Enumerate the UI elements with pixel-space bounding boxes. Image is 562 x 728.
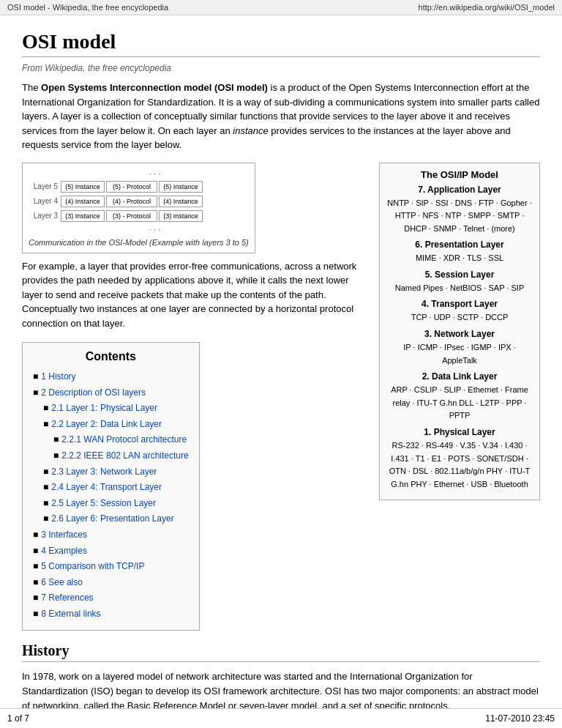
layer4-instance-left: (4) Instance bbox=[61, 196, 105, 207]
contents-item-7[interactable]: ■7 References bbox=[33, 590, 189, 606]
osiip-layer7-protocols: NNTP · SIP · SSI · DNS · FTP · Gopher · … bbox=[386, 197, 533, 236]
diagram-inner: · · · Layer 5 (5) Instance (5) - Protoco… bbox=[29, 169, 249, 234]
page-content: OSI model From Wikipedia, the free encyc… bbox=[0, 15, 562, 728]
example-paragraph: For example, a layer that provides error… bbox=[22, 259, 367, 331]
layer3-protocol: (3) - Protocol bbox=[106, 210, 157, 222]
layer3-boxes: (3) Instance (3) - Protocol (3) Instance bbox=[61, 210, 203, 222]
page-footer: 1 of 7 11-07-2010 23:45 bbox=[0, 708, 562, 728]
left-column: · · · Layer 5 (5) Instance (5) - Protoco… bbox=[22, 163, 367, 631]
osi-diagram: · · · Layer 5 (5) Instance (5) - Protoco… bbox=[22, 163, 255, 253]
osiip-layer5-protocols: Named Pipes · NetBIOS · SAP · SIP bbox=[386, 282, 533, 295]
contents-link-2-5[interactable]: 2.5 Layer 5: Session Layer bbox=[51, 498, 156, 508]
contents-item-1[interactable]: ■1 History bbox=[33, 369, 189, 385]
footer-timestamp: 11-07-2010 23:45 bbox=[485, 713, 555, 724]
contents-item-2-5[interactable]: ■2.5 Layer 5: Session Layer bbox=[33, 496, 189, 512]
article-title: OSI model bbox=[22, 30, 540, 57]
contents-link-2-2-2[interactable]: 2.2.2 IEEE 802 LAN architecture bbox=[61, 450, 188, 461]
contents-list: ■1 History ■2 Description of OSI layers … bbox=[33, 369, 189, 623]
osiip-layer2-heading: 2. Data Link Layer bbox=[386, 371, 533, 382]
right-sidebar: The OSI/IP Model 7. Application Layer NN… bbox=[379, 163, 540, 631]
contents-link-2-4[interactable]: 2.4 Layer 4: Transport Layer bbox=[51, 482, 162, 492]
contents-link-2[interactable]: 2 Description of OSI layers bbox=[41, 387, 146, 398]
contents-item-2-4[interactable]: ■2.4 Layer 4: Transport Layer bbox=[33, 480, 189, 496]
layer5-protocol: (5) - Protocol bbox=[106, 181, 157, 193]
dots-top: · · · bbox=[29, 169, 249, 178]
diagram-layer-3: Layer 3 (3) Instance (3) - Protocol (3) … bbox=[29, 210, 249, 222]
contents-link-6[interactable]: 6 See also bbox=[41, 577, 83, 587]
contents-item-2[interactable]: ■2 Description of OSI layers bbox=[33, 385, 189, 401]
osiip-layer3-heading: 3. Network Layer bbox=[386, 329, 533, 339]
contents-link-5[interactable]: 5 Comparison with TCP/IP bbox=[41, 561, 144, 571]
contents-link-2-3[interactable]: 2.3 Layer 3: Network Layer bbox=[51, 467, 157, 477]
contents-item-5[interactable]: ■5 Comparison with TCP/IP bbox=[33, 559, 189, 575]
layer4-label: Layer 4 bbox=[29, 197, 58, 205]
contents-item-2-2-1[interactable]: ■2.2.1 WAN Protocol architecture bbox=[33, 432, 189, 448]
contents-link-8[interactable]: 8 External links bbox=[41, 609, 100, 619]
osiip-layer1-protocols: RS-232 · RS-449 · V.35 · V.34 · I.430 · … bbox=[386, 439, 533, 491]
osiip-layer5-heading: 5. Session Layer bbox=[386, 270, 533, 280]
osiip-layer2-protocols: ARP · CSLIP · SLIP · Ethernet · Frame re… bbox=[386, 384, 533, 423]
diagram-layer-4: Layer 4 (4) Instance (4) - Protocol (4) … bbox=[29, 196, 249, 207]
layer3-instance-right: (3) Instance bbox=[159, 210, 203, 222]
contents-item-2-2-2[interactable]: ■2.2.2 IEEE 802 LAN architecture bbox=[33, 448, 189, 464]
osiip-layer1-heading: 1. Physical Layer bbox=[386, 427, 533, 437]
diagram-caption: Communication in the OSI-Model (Example … bbox=[29, 238, 249, 247]
layer5-label: Layer 5 bbox=[29, 182, 58, 190]
contents-item-2-3[interactable]: ■2.3 Layer 3: Network Layer bbox=[33, 464, 189, 480]
osiip-layer6-heading: 6. Presentation Layer bbox=[386, 239, 533, 250]
history-para-1: In 1978, work on a layered model of netw… bbox=[22, 669, 540, 713]
osiip-layer7-heading: 7. Application Layer bbox=[386, 185, 533, 195]
contents-item-8[interactable]: ■8 External links bbox=[33, 606, 189, 623]
contents-item-4[interactable]: ■4 Examples bbox=[33, 543, 189, 560]
contents-title: Contents bbox=[33, 350, 189, 363]
contents-item-2-1[interactable]: ■2.1 Layer 1: Physical Layer bbox=[33, 401, 189, 417]
contents-link-2-6[interactable]: 2.6 Layer 6: Presentation Layer bbox=[51, 513, 173, 524]
contents-link-2-1[interactable]: 2.1 Layer 1: Physical Layer bbox=[51, 403, 157, 413]
contents-link-3[interactable]: 3 Interfaces bbox=[41, 530, 87, 540]
contents-link-2-2[interactable]: 2.2 Layer 2: Data Link Layer bbox=[51, 419, 162, 429]
layer4-boxes: (4) Instance (4) - Protocol (4) Instance bbox=[61, 196, 203, 207]
contents-item-3[interactable]: ■3 Interfaces bbox=[33, 527, 189, 543]
contents-link-7[interactable]: 7 References bbox=[41, 593, 93, 603]
osiip-layer4-heading: 4. Transport Layer bbox=[386, 299, 533, 309]
url-bar: http://en.wikipedia.org/wiki/OSI_model bbox=[419, 3, 555, 12]
osiip-layer6-protocols: MIME · XDR · TLS · SSL bbox=[386, 252, 533, 265]
intro-paragraph: The Open Systems Interconnection model (… bbox=[22, 81, 540, 152]
intro-italic: instance bbox=[233, 125, 268, 136]
contents-box: Contents ■1 History ■2 Description of OS… bbox=[22, 342, 200, 631]
contents-item-2-2[interactable]: ■2.2 Layer 2: Data Link Layer bbox=[33, 417, 189, 433]
tab-title: OSI model - Wikipedia, the free encyclop… bbox=[7, 3, 168, 12]
diagram-layer-5: Layer 5 (5) Instance (5) - Protocol (5) … bbox=[29, 181, 249, 193]
dots-bottom: · · · bbox=[29, 225, 249, 234]
layer4-protocol: (4) - Protocol bbox=[106, 196, 157, 207]
layer3-label: Layer 3 bbox=[29, 212, 58, 220]
main-layout: · · · Layer 5 (5) Instance (5) - Protoco… bbox=[22, 163, 540, 631]
contents-item-6[interactable]: ■6 See also bbox=[33, 575, 189, 591]
layer5-boxes: (5) Instance (5) - Protocol (5) Instance bbox=[61, 181, 203, 193]
osiip-box: The OSI/IP Model 7. Application Layer NN… bbox=[379, 163, 540, 501]
footer-page-number: 1 of 7 bbox=[7, 713, 29, 724]
contents-link-4[interactable]: 4 Examples bbox=[41, 546, 87, 556]
browser-bar: OSI model - Wikipedia, the free encyclop… bbox=[0, 0, 562, 15]
contents-item-2-6[interactable]: ■2.6 Layer 6: Presentation Layer bbox=[33, 511, 189, 527]
layer3-instance-left: (3) Instance bbox=[61, 210, 105, 222]
layer5-instance-left: (5) Instance bbox=[61, 181, 105, 193]
osiip-title: The OSI/IP Model bbox=[386, 169, 533, 180]
history-heading: History bbox=[22, 642, 540, 662]
article-subtitle: From Wikipedia, the free encyclopedia bbox=[22, 63, 540, 73]
layer5-instance-right: (5) Instance bbox=[159, 181, 203, 193]
contents-link-1[interactable]: 1 History bbox=[41, 371, 75, 382]
contents-link-2-2-1[interactable]: 2.2.1 WAN Protocol architecture bbox=[61, 434, 187, 445]
intro-bold-term: Open Systems Interconnection model (OSI … bbox=[41, 82, 268, 93]
layer4-instance-right: (4) Instance bbox=[159, 196, 203, 207]
osiip-layer4-protocols: TCP · UDP · SCTP · DCCP bbox=[386, 311, 533, 324]
osiip-layer3-protocols: IP · ICMP · IPsec · IGMP · IPX · AppleTa… bbox=[386, 341, 533, 367]
